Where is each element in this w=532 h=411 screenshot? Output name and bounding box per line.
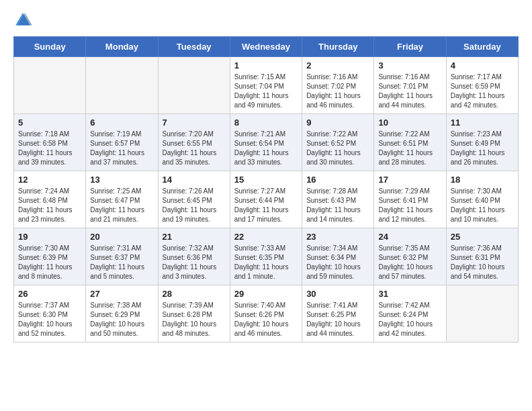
calendar-cell: 6Sunrise: 7:19 AM Sunset: 6:57 PM Daylig… [86,114,158,171]
day-info: Sunrise: 7:29 AM Sunset: 6:41 PM Dayligh… [378,187,441,224]
calendar-cell: 10Sunrise: 7:22 AM Sunset: 6:51 PM Dayli… [374,114,446,171]
day-number: 27 [90,289,153,299]
day-number: 30 [306,289,369,299]
calendar-cell: 11Sunrise: 7:23 AM Sunset: 6:49 PM Dayli… [446,114,518,171]
day-number: 11 [451,118,514,128]
day-info: Sunrise: 7:24 AM Sunset: 6:48 PM Dayligh… [18,187,81,224]
day-number: 13 [90,175,153,185]
day-number: 29 [234,289,298,299]
day-number: 15 [234,175,298,185]
calendar-cell: 31Sunrise: 7:42 AM Sunset: 6:24 PM Dayli… [374,285,446,342]
day-info: Sunrise: 7:18 AM Sunset: 6:58 PM Dayligh… [18,130,81,167]
calendar-cell: 3Sunrise: 7:16 AM Sunset: 7:01 PM Daylig… [374,57,446,114]
day-number: 14 [163,175,226,185]
day-number: 8 [234,118,298,128]
calendar-cell: 12Sunrise: 7:24 AM Sunset: 6:48 PM Dayli… [14,171,86,228]
calendar-cell: 17Sunrise: 7:29 AM Sunset: 6:41 PM Dayli… [374,171,446,228]
calendar-cell: 20Sunrise: 7:31 AM Sunset: 6:37 PM Dayli… [86,228,158,285]
calendar-cell [446,285,518,342]
day-info: Sunrise: 7:30 AM Sunset: 6:40 PM Dayligh… [451,187,514,224]
day-info: Sunrise: 7:27 AM Sunset: 6:44 PM Dayligh… [234,187,298,224]
day-info: Sunrise: 7:22 AM Sunset: 6:52 PM Dayligh… [306,130,369,167]
day-number: 5 [18,118,81,128]
calendar-week-row: 1Sunrise: 7:15 AM Sunset: 7:04 PM Daylig… [14,57,519,114]
weekday-header-sunday: Sunday [14,37,86,57]
calendar-cell: 13Sunrise: 7:25 AM Sunset: 6:47 PM Dayli… [86,171,158,228]
day-info: Sunrise: 7:25 AM Sunset: 6:47 PM Dayligh… [90,187,153,224]
calendar-cell: 8Sunrise: 7:21 AM Sunset: 6:54 PM Daylig… [230,114,302,171]
day-number: 31 [378,289,441,299]
day-info: Sunrise: 7:34 AM Sunset: 6:34 PM Dayligh… [306,244,369,281]
day-number: 6 [90,118,153,128]
day-info: Sunrise: 7:23 AM Sunset: 6:49 PM Dayligh… [451,130,514,167]
weekday-header-wednesday: Wednesday [230,37,302,57]
day-number: 16 [306,175,369,185]
calendar-cell [86,57,158,114]
calendar-week-row: 12Sunrise: 7:24 AM Sunset: 6:48 PM Dayli… [14,171,519,228]
page: SundayMondayTuesdayWednesdayThursdayFrid… [0,0,532,411]
day-info: Sunrise: 7:42 AM Sunset: 6:24 PM Dayligh… [378,301,441,338]
day-number: 19 [18,232,81,242]
calendar-cell: 23Sunrise: 7:34 AM Sunset: 6:34 PM Dayli… [302,228,374,285]
calendar-cell: 15Sunrise: 7:27 AM Sunset: 6:44 PM Dayli… [230,171,302,228]
day-info: Sunrise: 7:40 AM Sunset: 6:26 PM Dayligh… [234,301,298,338]
logo-icon [13,11,32,30]
day-number: 10 [378,118,441,128]
header [13,11,519,30]
day-number: 1 [234,60,298,71]
calendar-cell: 1Sunrise: 7:15 AM Sunset: 7:04 PM Daylig… [230,57,302,114]
day-number: 23 [306,232,369,242]
calendar-cell: 25Sunrise: 7:36 AM Sunset: 6:31 PM Dayli… [446,228,518,285]
calendar-cell: 28Sunrise: 7:39 AM Sunset: 6:28 PM Dayli… [158,285,230,342]
weekday-header-thursday: Thursday [302,37,374,57]
day-info: Sunrise: 7:30 AM Sunset: 6:39 PM Dayligh… [18,244,81,281]
day-number: 20 [90,232,153,242]
calendar-cell: 5Sunrise: 7:18 AM Sunset: 6:58 PM Daylig… [14,114,86,171]
day-info: Sunrise: 7:37 AM Sunset: 6:30 PM Dayligh… [18,301,81,338]
day-info: Sunrise: 7:41 AM Sunset: 6:25 PM Dayligh… [306,301,369,338]
day-info: Sunrise: 7:38 AM Sunset: 6:29 PM Dayligh… [90,301,153,338]
day-number: 3 [378,60,441,71]
weekday-header-tuesday: Tuesday [158,37,230,57]
calendar-cell: 9Sunrise: 7:22 AM Sunset: 6:52 PM Daylig… [302,114,374,171]
day-info: Sunrise: 7:35 AM Sunset: 6:32 PM Dayligh… [378,244,441,281]
weekday-header-monday: Monday [86,37,158,57]
day-number: 12 [18,175,81,185]
day-number: 21 [163,232,226,242]
day-info: Sunrise: 7:20 AM Sunset: 6:55 PM Dayligh… [163,130,226,167]
day-number: 17 [378,175,441,185]
calendar-week-row: 19Sunrise: 7:30 AM Sunset: 6:39 PM Dayli… [14,228,519,285]
day-info: Sunrise: 7:22 AM Sunset: 6:51 PM Dayligh… [378,130,441,167]
day-number: 2 [306,60,369,71]
day-info: Sunrise: 7:26 AM Sunset: 6:45 PM Dayligh… [163,187,226,224]
day-number: 18 [451,175,514,185]
day-info: Sunrise: 7:39 AM Sunset: 6:28 PM Dayligh… [163,301,226,338]
day-number: 9 [306,118,369,128]
calendar-cell: 7Sunrise: 7:20 AM Sunset: 6:55 PM Daylig… [158,114,230,171]
day-info: Sunrise: 7:16 AM Sunset: 7:02 PM Dayligh… [306,73,369,110]
day-info: Sunrise: 7:32 AM Sunset: 6:36 PM Dayligh… [163,244,226,281]
day-info: Sunrise: 7:28 AM Sunset: 6:43 PM Dayligh… [306,187,369,224]
calendar-cell: 30Sunrise: 7:41 AM Sunset: 6:25 PM Dayli… [302,285,374,342]
calendar-week-row: 26Sunrise: 7:37 AM Sunset: 6:30 PM Dayli… [14,285,519,342]
calendar-cell: 27Sunrise: 7:38 AM Sunset: 6:29 PM Dayli… [86,285,158,342]
weekday-header-row: SundayMondayTuesdayWednesdayThursdayFrid… [14,37,519,57]
logo [13,11,35,30]
weekday-header-saturday: Saturday [446,37,518,57]
calendar: SundayMondayTuesdayWednesdayThursdayFrid… [13,36,519,342]
calendar-week-row: 5Sunrise: 7:18 AM Sunset: 6:58 PM Daylig… [14,114,519,171]
calendar-cell: 14Sunrise: 7:26 AM Sunset: 6:45 PM Dayli… [158,171,230,228]
weekday-header-friday: Friday [374,37,446,57]
day-number: 28 [163,289,226,299]
day-info: Sunrise: 7:36 AM Sunset: 6:31 PM Dayligh… [451,244,514,281]
day-number: 24 [378,232,441,242]
calendar-cell: 19Sunrise: 7:30 AM Sunset: 6:39 PM Dayli… [14,228,86,285]
calendar-cell [14,57,86,114]
day-number: 22 [234,232,298,242]
day-info: Sunrise: 7:19 AM Sunset: 6:57 PM Dayligh… [90,130,153,167]
calendar-cell: 21Sunrise: 7:32 AM Sunset: 6:36 PM Dayli… [158,228,230,285]
calendar-cell: 16Sunrise: 7:28 AM Sunset: 6:43 PM Dayli… [302,171,374,228]
calendar-cell: 4Sunrise: 7:17 AM Sunset: 6:59 PM Daylig… [446,57,518,114]
calendar-cell [158,57,230,114]
calendar-cell: 26Sunrise: 7:37 AM Sunset: 6:30 PM Dayli… [14,285,86,342]
